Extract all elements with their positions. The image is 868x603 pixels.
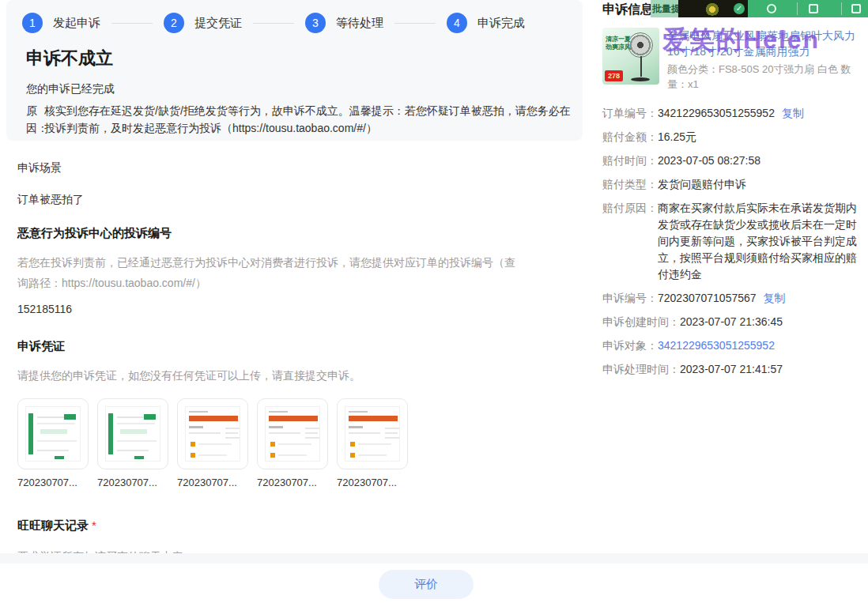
- compensation-reason-row: 赔付原因： 商家在买家付款后实际未在承诺发货期内发货或存在缺货少发或揽收后未在一…: [602, 200, 860, 283]
- chat-screenshot-preview: [105, 406, 160, 462]
- footer-bar: 评价: [0, 563, 868, 603]
- appeal-status-text: 您的申诉已经完成: [26, 82, 583, 96]
- content-bottom-strip: [0, 553, 868, 563]
- step-1: 1 发起申诉: [22, 13, 100, 33]
- circle-icon[interactable]: [767, 4, 776, 13]
- window-icon[interactable]: [851, 4, 861, 13]
- evidence-item: 720230707...: [337, 398, 408, 488]
- copy-button[interactable]: 复制: [764, 290, 786, 307]
- toolbar-divider: [841, 2, 842, 15]
- product-image[interactable]: 清凉一夏 劲爽凉风 278: [602, 28, 659, 85]
- rate-button[interactable]: 评价: [379, 570, 474, 599]
- product-info: 金属电风扇工业风扇落地扇铝叶大风力16寸/18寸/20寸金属商用强力 颜色分类：…: [667, 28, 860, 92]
- appeal-result-banner: 1 发起申诉 2 提交凭证 3 等待处理 4 申诉完成 申诉不成立 您的申诉已经…: [6, 0, 583, 141]
- appeal-stepper: 1 发起申诉 2 提交凭证 3 等待处理 4 申诉完成: [22, 13, 583, 33]
- toolbar-image-thumbnail[interactable]: ✓: [678, 0, 748, 17]
- compensation-time-value: 2023-07-05 08:27:58: [658, 153, 760, 169]
- evidence-filename: 720230707...: [17, 477, 89, 488]
- step-connector: [111, 23, 153, 24]
- price-badge: 278: [605, 70, 623, 81]
- step-connector: [394, 23, 436, 24]
- compensation-amount-row: 赔付金额： 16.25元: [602, 129, 860, 145]
- complaint-number-title: 恶意行为投诉中心的投诉编号: [17, 226, 590, 241]
- info-label: 赔付原因：: [602, 200, 658, 217]
- step-4-label: 申诉完成: [477, 16, 525, 31]
- evidence-filename: 720230707...: [337, 477, 408, 488]
- appeal-target-row: 申诉对象： 3421229653051255952: [602, 337, 860, 354]
- batch-submit-label[interactable]: 批量提: [651, 0, 678, 17]
- info-label: 赔付金额：: [602, 129, 658, 145]
- info-label: 赔付类型：: [602, 176, 658, 193]
- thumbnail-graphic: [702, 2, 723, 16]
- order-screenshot-preview: [345, 406, 400, 462]
- evidence-item: 720230707...: [17, 398, 89, 488]
- evidence-thumbnail-5[interactable]: [337, 398, 408, 469]
- complaint-number-value: 152185116: [17, 303, 590, 315]
- info-label: 赔付时间：: [602, 153, 658, 169]
- evidence-title: 申诉凭证: [17, 339, 590, 354]
- step-2-label: 提交凭证: [194, 16, 242, 31]
- step-4: 4 申诉完成: [447, 13, 525, 33]
- appeal-number-row: 申诉编号： 7202307071057567 复制: [602, 290, 860, 307]
- floating-toolbar: 批量提 ✓: [651, 0, 868, 17]
- appeal-processed-time-row: 申诉处理时间： 2023-07-07 21:41:57: [602, 361, 860, 378]
- evidence-thumbnail-3[interactable]: [177, 398, 248, 469]
- info-label: 申诉处理时间：: [602, 361, 680, 378]
- reason-text: 核实到您存在延迟发货/缺货/拒绝发货等行为，故申诉不成立。温馨提示：若您怀疑订单…: [44, 102, 576, 137]
- evidence-thumbnail-2[interactable]: [97, 398, 168, 469]
- check-icon: ✓: [734, 3, 745, 14]
- appeal-info-panel: 申诉信息 清凉一夏 劲爽凉风 278 金属电风扇工业风扇落地扇铝叶大风力16寸/…: [602, 0, 860, 385]
- fan-illustration: [628, 32, 653, 58]
- step-3-label: 等待处理: [336, 16, 383, 31]
- complaint-number-hint: 若您在投诉判责前，已经通过恶意行为投诉中心对消费者进行投诉，请您提供对应订单的投…: [17, 252, 517, 293]
- product-attributes: 颜色分类：FS8-50S 20寸强力扇 白色 数量：x1: [667, 62, 860, 92]
- appeal-result-title: 申诉不成立: [26, 47, 583, 70]
- step-2-number: 2: [164, 13, 184, 33]
- step-3: 3 等待处理: [305, 13, 383, 33]
- fan-pole: [640, 56, 642, 77]
- evidence-item: 720230707...: [97, 398, 168, 488]
- step-1-number: 1: [22, 13, 43, 33]
- evidence-filename: 720230707...: [177, 477, 248, 488]
- evidence-thumbnails: 720230707... 720230707... 720230707... 7…: [17, 398, 590, 488]
- evidence-filename: 720230707...: [97, 477, 168, 488]
- evidence-item: 720230707...: [177, 398, 248, 488]
- appeal-main-column: 1 发起申诉 2 提交凭证 3 等待处理 4 申诉完成 申诉不成立 您的申诉已经…: [0, 0, 590, 603]
- appeal-created-time-row: 申诉创建时间： 2023-07-07 21:36:45: [602, 314, 860, 330]
- step-connector: [253, 23, 294, 24]
- info-label: 订单编号：: [602, 105, 658, 122]
- chat-record-title: 旺旺聊天记录*: [17, 518, 590, 533]
- evidence-filename: 720230707...: [257, 477, 328, 488]
- appeal-detail-body: 申诉场景 订单被恶拍了 恶意行为投诉中心的投诉编号 若您在投诉判责前，已经通过恶…: [0, 161, 590, 603]
- info-label: 申诉创建时间：: [602, 314, 680, 330]
- chat-screenshot-preview: [25, 406, 81, 462]
- step-4-number: 4: [447, 13, 467, 33]
- appeal-info-rows: 订单编号： 3421229653051255952 复制 赔付金额： 16.25…: [602, 105, 860, 378]
- step-3-number: 3: [305, 13, 326, 33]
- compensation-amount-value: 16.25元: [658, 129, 696, 145]
- appeal-number-value: 7202307071057567: [658, 290, 757, 307]
- toolbar-green-bar: [748, 0, 868, 17]
- required-asterisk: *: [92, 518, 96, 532]
- order-number-row: 订单编号： 3421229653051255952 复制: [602, 105, 860, 122]
- compensation-type-value: 发货问题赔付申诉: [658, 176, 746, 193]
- step-1-label: 发起申诉: [53, 16, 100, 31]
- evidence-item: 720230707...: [257, 398, 328, 488]
- evidence-thumbnail-1[interactable]: [17, 398, 89, 469]
- appeal-reason-row: 原 因： 核实到您存在延迟发货/缺货/拒绝发货等行为，故申诉不成立。温馨提示：若…: [26, 102, 583, 137]
- info-label: 申诉对象：: [602, 337, 658, 354]
- order-number-value: 3421229653051255952: [658, 105, 775, 122]
- scene-value: 订单被恶拍了: [17, 193, 590, 207]
- info-label: 申诉编号：: [602, 290, 658, 307]
- scene-title: 申诉场景: [17, 161, 590, 175]
- toolbar-divider: [797, 2, 798, 15]
- appeal-processed-time-value: 2023-07-07 21:41:57: [680, 361, 783, 378]
- evidence-hint: 请提供您的申诉凭证，如您没有任何凭证可以上传，请直接提交申诉。: [17, 365, 517, 386]
- copy-button[interactable]: 复制: [782, 105, 804, 122]
- product-title-link[interactable]: 金属电风扇工业风扇落地扇铝叶大风力16寸/18寸/20寸金属商用强力: [667, 28, 860, 59]
- order-screenshot-preview: [265, 406, 320, 462]
- fan-base: [631, 77, 650, 81]
- square-icon[interactable]: [809, 4, 818, 13]
- evidence-thumbnail-4[interactable]: [257, 398, 328, 469]
- appeal-target-link[interactable]: 3421229653051255952: [658, 337, 775, 354]
